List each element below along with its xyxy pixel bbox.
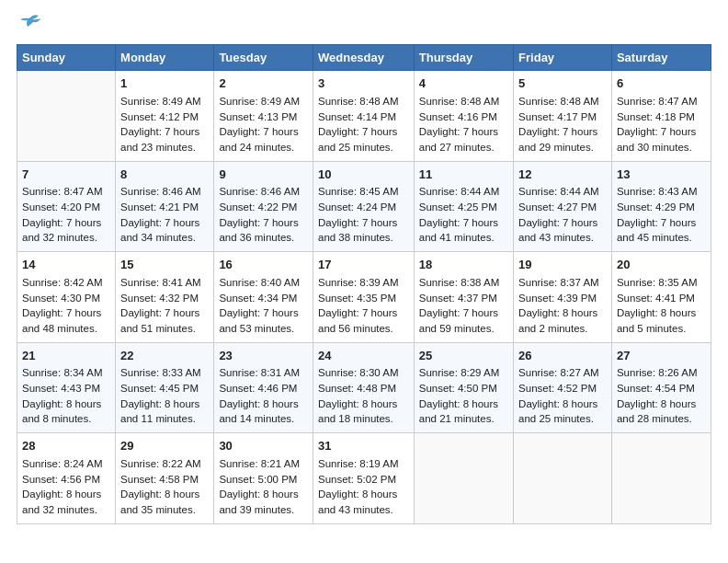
sunset-text: Sunset: 4:14 PM xyxy=(318,111,396,122)
date-number: 29 xyxy=(120,438,209,455)
date-number: 24 xyxy=(318,348,409,365)
date-number: 1 xyxy=(120,75,209,93)
date-number: 21 xyxy=(22,348,110,365)
date-number: 7 xyxy=(22,167,110,184)
sunrise-text: Sunrise: 8:48 AM xyxy=(318,96,399,107)
daylight-text: Daylight: 7 hours and 43 minutes. xyxy=(518,217,597,244)
sunset-text: Sunset: 4:50 PM xyxy=(419,383,497,394)
date-number: 18 xyxy=(419,257,508,274)
sunset-text: Sunset: 4:25 PM xyxy=(419,201,497,213)
cell-4-4: 24Sunrise: 8:30 AMSunset: 4:48 PMDayligh… xyxy=(313,342,414,433)
daylight-text: Daylight: 7 hours and 59 minutes. xyxy=(419,307,498,334)
sunset-text: Sunset: 4:22 PM xyxy=(219,201,297,213)
sunrise-text: Sunrise: 8:45 AM xyxy=(318,186,399,197)
daylight-text: Daylight: 7 hours and 45 minutes. xyxy=(617,217,696,244)
sunrise-text: Sunrise: 8:44 AM xyxy=(518,186,599,197)
sunrise-text: Sunrise: 8:40 AM xyxy=(219,277,300,288)
sunset-text: Sunset: 4:58 PM xyxy=(120,474,199,485)
date-number: 28 xyxy=(22,438,110,455)
date-number: 14 xyxy=(22,257,110,274)
date-number: 13 xyxy=(617,167,706,184)
cell-4-2: 22Sunrise: 8:33 AMSunset: 4:45 PMDayligh… xyxy=(116,342,214,433)
cell-5-3: 30Sunrise: 8:21 AMSunset: 5:00 PMDayligh… xyxy=(214,433,313,524)
sunset-text: Sunset: 4:24 PM xyxy=(318,201,396,213)
cell-5-7 xyxy=(611,433,711,524)
cell-3-7: 20Sunrise: 8:35 AMSunset: 4:41 PMDayligh… xyxy=(611,252,711,343)
date-number: 5 xyxy=(518,75,607,93)
cell-1-2: 1Sunrise: 8:49 AMSunset: 4:12 PMDaylight… xyxy=(116,71,214,162)
cell-1-3: 2Sunrise: 8:49 AMSunset: 4:13 PMDaylight… xyxy=(214,71,313,162)
date-number: 19 xyxy=(518,257,607,274)
sunset-text: Sunset: 4:29 PM xyxy=(617,201,695,213)
cell-2-7: 13Sunrise: 8:43 AMSunset: 4:29 PMDayligh… xyxy=(611,161,711,252)
cell-1-1 xyxy=(17,71,116,162)
date-number: 27 xyxy=(617,348,706,365)
sunrise-text: Sunrise: 8:27 AM xyxy=(518,367,599,378)
sunset-text: Sunset: 4:13 PM xyxy=(219,111,297,122)
sunset-text: Sunset: 4:35 PM xyxy=(318,293,396,304)
sunset-text: Sunset: 4:48 PM xyxy=(318,383,396,394)
daylight-text: Daylight: 7 hours and 29 minutes. xyxy=(518,126,597,153)
cell-1-4: 3Sunrise: 8:48 AMSunset: 4:14 PMDaylight… xyxy=(313,71,414,162)
cell-3-5: 18Sunrise: 8:38 AMSunset: 4:37 PMDayligh… xyxy=(414,252,513,343)
sunrise-text: Sunrise: 8:26 AM xyxy=(617,367,698,378)
cell-4-7: 27Sunrise: 8:26 AMSunset: 4:54 PMDayligh… xyxy=(611,342,711,433)
cell-5-4: 31Sunrise: 8:19 AMSunset: 5:02 PMDayligh… xyxy=(313,433,414,524)
daylight-text: Daylight: 8 hours and 35 minutes. xyxy=(120,488,199,515)
col-header-friday: Friday xyxy=(514,45,612,71)
daylight-text: Daylight: 7 hours and 56 minutes. xyxy=(318,307,397,334)
sunrise-text: Sunrise: 8:24 AM xyxy=(22,458,103,469)
daylight-text: Daylight: 7 hours and 41 minutes. xyxy=(419,217,498,244)
cell-1-7: 6Sunrise: 8:47 AMSunset: 4:18 PMDaylight… xyxy=(611,71,711,162)
date-number: 23 xyxy=(219,348,308,365)
sunrise-text: Sunrise: 8:29 AM xyxy=(419,367,500,378)
sunrise-text: Sunrise: 8:22 AM xyxy=(120,458,201,469)
daylight-text: Daylight: 8 hours and 21 minutes. xyxy=(419,398,498,425)
cell-1-5: 4Sunrise: 8:48 AMSunset: 4:16 PMDaylight… xyxy=(414,71,513,162)
date-number: 8 xyxy=(120,167,209,184)
date-number: 25 xyxy=(419,348,508,365)
sunset-text: Sunset: 4:34 PM xyxy=(219,293,297,304)
col-header-tuesday: Tuesday xyxy=(214,45,313,71)
sunset-text: Sunset: 4:17 PM xyxy=(518,111,597,122)
date-number: 20 xyxy=(617,257,706,274)
week-row-5: 28Sunrise: 8:24 AMSunset: 4:56 PMDayligh… xyxy=(17,433,711,524)
cell-4-6: 26Sunrise: 8:27 AMSunset: 4:52 PMDayligh… xyxy=(514,342,612,433)
sunset-text: Sunset: 4:41 PM xyxy=(617,293,695,304)
col-header-wednesday: Wednesday xyxy=(313,45,414,71)
sunrise-text: Sunrise: 8:44 AM xyxy=(419,186,500,197)
daylight-text: Daylight: 7 hours and 53 minutes. xyxy=(219,307,298,334)
daylight-text: Daylight: 7 hours and 25 minutes. xyxy=(318,126,397,153)
date-number: 4 xyxy=(419,75,508,93)
daylight-text: Daylight: 8 hours and 8 minutes. xyxy=(22,398,101,425)
sunset-text: Sunset: 5:02 PM xyxy=(318,474,396,485)
sunrise-text: Sunrise: 8:35 AM xyxy=(617,277,698,288)
sunrise-text: Sunrise: 8:21 AM xyxy=(219,458,300,469)
daylight-text: Daylight: 7 hours and 38 minutes. xyxy=(318,217,397,244)
cell-3-4: 17Sunrise: 8:39 AMSunset: 4:35 PMDayligh… xyxy=(313,252,414,343)
cell-3-6: 19Sunrise: 8:37 AMSunset: 4:39 PMDayligh… xyxy=(514,252,612,343)
daylight-text: Daylight: 8 hours and 43 minutes. xyxy=(318,488,397,515)
week-row-1: 1Sunrise: 8:49 AMSunset: 4:12 PMDaylight… xyxy=(17,71,711,162)
sunrise-text: Sunrise: 8:42 AM xyxy=(22,277,103,288)
sunrise-text: Sunrise: 8:49 AM xyxy=(219,96,300,107)
sunset-text: Sunset: 4:32 PM xyxy=(120,293,199,304)
sunrise-text: Sunrise: 8:47 AM xyxy=(617,96,698,107)
daylight-text: Daylight: 7 hours and 34 minutes. xyxy=(120,217,199,244)
sunrise-text: Sunrise: 8:48 AM xyxy=(518,96,599,107)
date-number: 17 xyxy=(318,257,409,274)
sunrise-text: Sunrise: 8:46 AM xyxy=(120,186,201,197)
date-number: 12 xyxy=(518,167,607,184)
daylight-text: Daylight: 7 hours and 36 minutes. xyxy=(219,217,298,244)
daylight-text: Daylight: 8 hours and 25 minutes. xyxy=(518,398,597,425)
sunrise-text: Sunrise: 8:34 AM xyxy=(22,367,103,378)
cell-1-6: 5Sunrise: 8:48 AMSunset: 4:17 PMDaylight… xyxy=(514,71,612,162)
sunset-text: Sunset: 4:12 PM xyxy=(120,111,199,122)
sunrise-text: Sunrise: 8:37 AM xyxy=(518,277,599,288)
daylight-text: Daylight: 8 hours and 39 minutes. xyxy=(219,488,298,515)
cell-2-1: 7Sunrise: 8:47 AMSunset: 4:20 PMDaylight… xyxy=(17,161,116,252)
sunset-text: Sunset: 4:56 PM xyxy=(22,474,100,485)
sunrise-text: Sunrise: 8:33 AM xyxy=(120,367,201,378)
date-number: 26 xyxy=(518,348,607,365)
daylight-text: Daylight: 8 hours and 11 minutes. xyxy=(120,398,199,425)
